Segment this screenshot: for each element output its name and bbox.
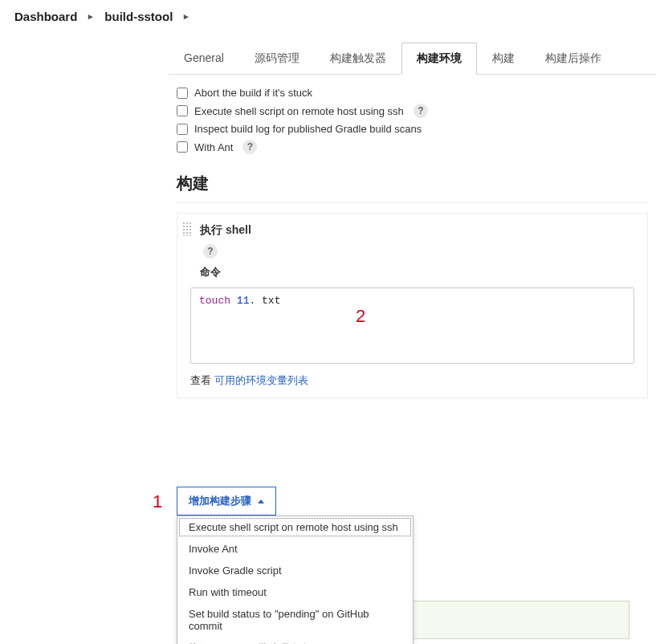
caret-up-icon (258, 499, 264, 503)
dropdown-item[interactable]: Set build status to "pending" on GitHub … (177, 603, 413, 637)
help-icon[interactable]: ? (414, 104, 428, 118)
drag-handle-icon[interactable] (182, 222, 192, 236)
env-option-abort: Abort the build if it's stuck (177, 84, 648, 101)
add-build-step-label: 增加构建步骤 (189, 494, 251, 508)
dropdown-item[interactable]: 执行 Windows 批处理命令 (177, 637, 413, 644)
code-arg-num: 11 (237, 295, 250, 307)
env-vars-link[interactable]: 可用的环境变量列表 (214, 374, 308, 386)
config-tabs: General 源码管理 构建触发器 构建环境 构建 构建后操作 (169, 43, 656, 75)
add-build-step-button[interactable]: 增加构建步骤 (177, 487, 276, 516)
checkbox-gradle-scan[interactable] (177, 124, 188, 135)
checkbox-label: Inspect build log for published Gradle b… (194, 123, 422, 135)
dropdown-item[interactable]: Execute shell script on remote host usin… (177, 516, 413, 538)
dropdown-item[interactable]: Invoke Ant (177, 538, 413, 560)
tab-post-build[interactable]: 构建后操作 (530, 43, 617, 75)
checkbox-abort[interactable] (177, 88, 188, 99)
help-icon[interactable]: ? (203, 244, 218, 259)
help-icon[interactable]: ? (242, 140, 257, 154)
breadcrumb-item-dashboard[interactable]: Dashboard (14, 10, 77, 23)
tab-general[interactable]: General (169, 43, 239, 75)
annotation-one: 1 (153, 491, 162, 512)
shell-command-input[interactable]: touch 11. txt 2 (190, 287, 634, 364)
env-option-ant: With Ant ? (177, 137, 648, 157)
checkbox-ant[interactable] (177, 141, 188, 153)
chevron-right-icon: ▸ (88, 11, 93, 22)
add-step-dropdown: Execute shell script on remote host usin… (177, 516, 414, 644)
checkbox-label: Execute shell script on remote host usin… (194, 105, 404, 117)
code-arg-suffix: . txt (249, 295, 280, 307)
annotation-two: 2 (356, 306, 365, 327)
chevron-right-icon: ▸ (184, 11, 189, 22)
env-option-ssh: Execute shell script on remote host usin… (177, 101, 648, 120)
breadcrumb: Dashboard ▸ build-sstool ▸ (0, 0, 656, 33)
dropdown-item[interactable]: Invoke Gradle script (177, 560, 413, 581)
tab-build[interactable]: 构建 (477, 43, 530, 75)
checkbox-label: Abort the build if it's stuck (194, 87, 312, 99)
tab-triggers[interactable]: 构建触发器 (315, 43, 401, 75)
build-step-shell: 执行 shell ? 命令 touch 11. txt 2 查看 可用的环境变量… (177, 213, 648, 398)
breadcrumb-item-project[interactable]: build-sstool (104, 10, 173, 23)
step-title: 执行 shell (200, 223, 634, 238)
build-section-title: 构建 (177, 157, 648, 203)
checkbox-ssh[interactable] (177, 105, 188, 116)
env-vars-line: 查看 可用的环境变量列表 (190, 373, 634, 388)
env-option-gradle-scan: Inspect build log for published Gradle b… (177, 120, 648, 137)
code-keyword: touch (199, 295, 230, 307)
checkbox-label: With Ant (194, 141, 233, 153)
command-label: 命令 (200, 265, 634, 279)
tab-scm[interactable]: 源码管理 (239, 43, 315, 75)
dropdown-item[interactable]: Run with timeout (177, 581, 413, 603)
tab-build-env[interactable]: 构建环境 (401, 43, 477, 75)
